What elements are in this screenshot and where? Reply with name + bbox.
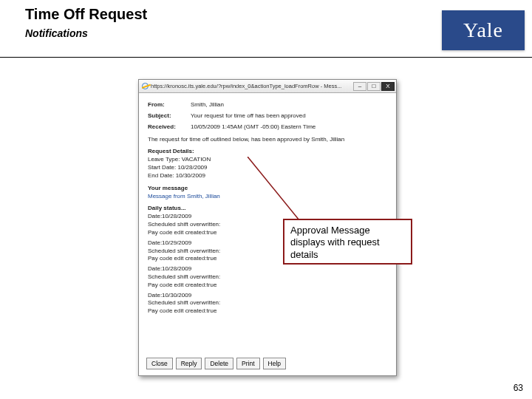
daily-status-block: Date:10/28/2009Scheduled shift overwritt… [148, 265, 387, 289]
reply-button[interactable]: Reply [176, 358, 202, 369]
end-date: End Date: 10/30/2009 [148, 172, 387, 180]
day-line1: Scheduled shift overwritten: [148, 299, 387, 307]
day-date: Date:10/28/2009 [148, 265, 387, 273]
yale-logo-text: Yale [463, 18, 503, 42]
received-value: 10/05/2009 1:45AM (GMT -05:00) Eastern T… [191, 123, 316, 130]
day-line2: Pay code edit created:true [148, 282, 387, 290]
subject-value: Your request for time off has been appro… [191, 112, 306, 119]
button-bar: Close Reply Delete Print Help [146, 358, 286, 369]
close-window-button[interactable]: X [381, 82, 395, 91]
address-bar: https://kronosc.its.yale.edu/?rpw/index_… [142, 83, 341, 89]
daily-status-block: Date:10/30/2009Scheduled shift overwritt… [148, 292, 387, 316]
delete-button[interactable]: Delete [205, 358, 233, 369]
your-message-header: Your message [148, 185, 387, 191]
from-label: From: [148, 101, 191, 108]
close-button[interactable]: Close [146, 358, 173, 369]
request-details-header: Request Details: [148, 148, 387, 154]
your-message: Message from Smith, Jillian [148, 193, 387, 200]
window-titlebar: https://kronosc.its.yale.edu/?rpw/index_… [139, 80, 396, 93]
received-label: Received: [148, 123, 191, 130]
minimize-button[interactable]: – [353, 82, 366, 91]
start-date: Start Date: 10/28/2009 [148, 164, 387, 172]
slide-header: Time Off Request Notifications Yale [0, 0, 532, 58]
yale-logo: Yale [442, 10, 525, 50]
daily-status-header: Daily status... [148, 205, 387, 211]
leave-type: Leave Type: VACATION [148, 156, 387, 164]
day-line1: Scheduled shift overwritten: [148, 273, 387, 282]
print-button[interactable]: Print [236, 358, 259, 369]
day-line2: Pay code edit created:true [148, 307, 387, 316]
maximize-button[interactable]: □ [367, 82, 381, 91]
from-value: Smith, Jillian [191, 101, 224, 108]
help-button[interactable]: Help [263, 358, 286, 369]
callout-box: Approval Message displays with request d… [283, 219, 412, 265]
subject-label: Subject: [148, 112, 191, 119]
message-body: From:Smith, Jillian Subject:Your request… [139, 93, 396, 316]
intro-text: The request for time off outlined below,… [148, 136, 387, 143]
page-number: 63 [514, 383, 523, 393]
window-url: https://kronosc.its.yale.edu/?rpw/index_… [151, 83, 341, 89]
window-controls: – □ X [353, 82, 395, 91]
ie-icon [142, 83, 149, 89]
day-date: Date:10/30/2009 [148, 292, 387, 300]
